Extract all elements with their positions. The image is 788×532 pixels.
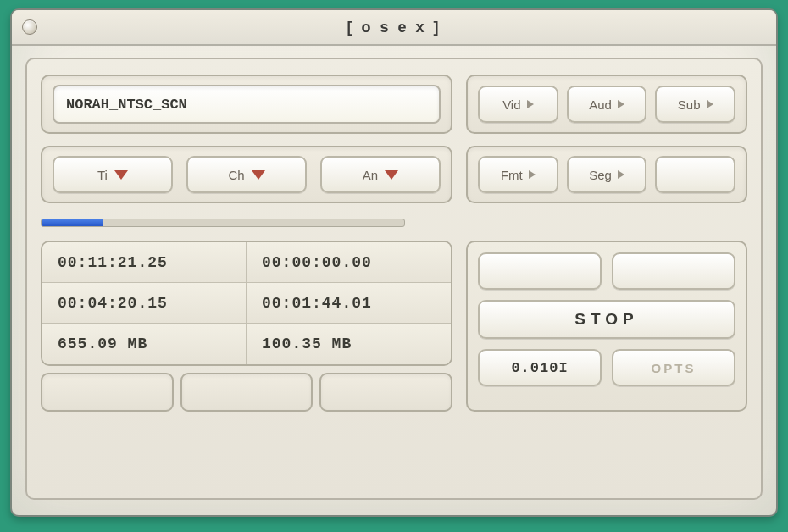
titlebar: [ o s e x ] — [12, 10, 776, 46]
chevron-down-icon — [385, 170, 398, 180]
subtitle-stream-label: Sub — [678, 97, 701, 112]
rate-button[interactable]: 0.010I — [478, 349, 602, 386]
segment-button[interactable]: Seg — [567, 156, 647, 193]
chapter-select-button[interactable]: Ch — [186, 156, 307, 193]
window-body: NORAH_NTSC_SCN Vid Aud Sub — [12, 46, 776, 515]
row-stats-controls: 00:11:21.25 00:00:00.00 00:04:20.15 00:0… — [41, 241, 747, 412]
chevron-down-icon — [252, 170, 265, 180]
controls-row-stop: STOP — [478, 300, 735, 339]
chevron-right-icon — [707, 100, 713, 108]
control-blank-2[interactable] — [612, 252, 735, 290]
video-stream-label: Vid — [502, 97, 520, 112]
main-panel: NORAH_NTSC_SCN Vid Aud Sub — [25, 58, 763, 500]
stat-null-time: 00:00:00.00 — [247, 242, 451, 283]
stat-total-size: 655.09 MB — [42, 324, 247, 364]
stop-label: STOP — [574, 310, 638, 329]
title-select-button[interactable]: Ti — [53, 156, 173, 193]
selectors-group: Ti Ch An — [41, 146, 452, 203]
controls-group: STOP 0.010I OPTS — [466, 241, 747, 412]
chevron-right-icon — [529, 170, 536, 179]
stats-grid: 00:11:21.25 00:00:00.00 00:04:20.15 00:0… — [41, 241, 452, 366]
chevron-right-icon — [618, 170, 624, 179]
stat-total-time: 00:11:21.25 — [42, 242, 247, 283]
progress-wrap — [41, 217, 747, 229]
row-disc-streams: NORAH_NTSC_SCN Vid Aud Sub — [41, 75, 747, 134]
streams-group: Vid Aud Sub — [466, 75, 747, 134]
audio-stream-button[interactable]: Aud — [567, 86, 647, 123]
subtitle-stream-button[interactable]: Sub — [655, 86, 735, 123]
chevron-right-icon — [527, 100, 534, 108]
angle-select-label: An — [363, 168, 378, 182]
chevron-down-icon — [114, 170, 128, 180]
disc-name-field[interactable]: NORAH_NTSC_SCN — [53, 85, 441, 124]
empty-slot-3 — [319, 373, 452, 412]
disc-name-group: NORAH_NTSC_SCN — [41, 75, 452, 134]
video-stream-button[interactable]: Vid — [478, 86, 558, 123]
empty-slot-2 — [180, 373, 314, 412]
controls-row-opts: 0.010I OPTS — [478, 349, 735, 386]
empty-slot-1 — [41, 373, 174, 412]
opts-label: OPTS — [652, 361, 696, 375]
progress-fill — [42, 219, 103, 226]
angle-select-button[interactable]: An — [320, 156, 441, 193]
format-group: Fmt Seg — [466, 146, 747, 203]
bottom-empty-row — [41, 373, 452, 412]
stat-elapsed: 00:01:44.01 — [247, 283, 451, 324]
segment-label: Seg — [589, 168, 612, 182]
title-select-label: Ti — [97, 168, 108, 182]
chapter-select-label: Ch — [228, 168, 244, 182]
stats-left: 00:11:21.25 00:00:00.00 00:04:20.15 00:0… — [41, 241, 452, 412]
blank-button[interactable] — [655, 156, 735, 193]
disc-name-text: NORAH_NTSC_SCN — [66, 97, 187, 113]
controls-row-1 — [478, 252, 735, 290]
progress-bar — [41, 219, 405, 227]
rate-label: 0.010I — [511, 360, 568, 376]
chevron-right-icon — [618, 100, 624, 108]
stat-done-size: 100.35 MB — [247, 324, 451, 364]
format-label: Fmt — [501, 168, 523, 182]
close-button[interactable] — [22, 19, 37, 35]
stop-button[interactable]: STOP — [478, 300, 735, 339]
control-blank-1[interactable] — [478, 252, 602, 290]
window-title: [ o s e x ] — [12, 19, 776, 36]
opts-button[interactable]: OPTS — [612, 349, 735, 386]
row-selectors-format: Ti Ch An Fmt — [41, 146, 747, 203]
audio-stream-label: Aud — [589, 97, 612, 112]
stat-done-time: 00:04:20.15 — [42, 283, 247, 324]
format-button[interactable]: Fmt — [478, 156, 558, 193]
app-window: [ o s e x ] NORAH_NTSC_SCN Vid Aud — [10, 8, 778, 517]
